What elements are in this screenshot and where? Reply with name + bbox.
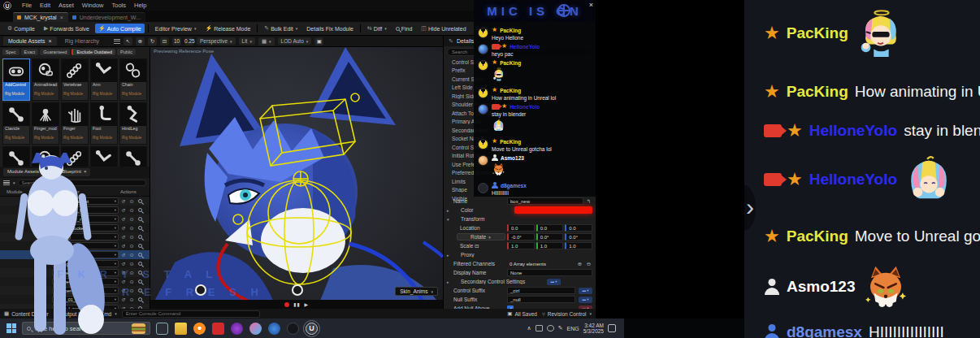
connector-row[interactable]: ◉jaw_socket▾ ↺ ⊙ — [0, 250, 150, 259]
connector-row[interactable]: ◉eye_l▾ ↺ ⊙ — [0, 232, 150, 241]
filter-chip-guaranteed[interactable]: Guaranteed — [40, 49, 70, 55]
toolbar-auto-compile[interactable]: ⚡Auto Compile — [95, 24, 145, 33]
revert-button[interactable]: ▬ ▾ — [579, 297, 592, 303]
close-overlay-icon[interactable]: × — [589, 1, 593, 9]
search-highlight-image[interactable] — [132, 323, 145, 334]
cmd-dropdown[interactable]: >_Cmd▾ — [92, 311, 117, 317]
avatar[interactable] — [478, 60, 488, 71]
reset-connector-icon[interactable]: ↺ — [120, 198, 127, 204]
module-asset-tile[interactable]: Clavicle Rig Module — [2, 102, 30, 145]
notification-center-icon[interactable] — [608, 324, 616, 332]
filter-chip-public[interactable]: Public — [117, 49, 136, 55]
username[interactable]: HelloneYolo — [809, 171, 897, 188]
module-asset-tile[interactable]: Vertebrae Rig Module — [61, 58, 89, 101]
connector-row[interactable]: ◉eye_r▾ ↺ ⊙ — [0, 241, 150, 250]
pause-button[interactable]: ▮▮ — [293, 301, 301, 307]
avatar[interactable] — [478, 88, 488, 98]
module-asset-tile[interactable] — [2, 146, 30, 167]
rotate-y-field[interactable]: 0.0° — [536, 233, 564, 240]
name-field[interactable]: box_new — [507, 197, 583, 205]
connector-search-input[interactable] — [18, 180, 146, 186]
play-button[interactable]: ▶ — [304, 301, 309, 307]
toolbar-hide-unrelated[interactable]: ◫Hide Unrelated — [418, 24, 469, 33]
username[interactable]: PacKing — [500, 28, 521, 33]
clear-elements-icon[interactable]: ⊖ — [585, 261, 592, 267]
tab-rig-hierarchy[interactable]: Rig Hierarchy — [60, 37, 104, 46]
record-button[interactable] — [284, 302, 289, 307]
taskbar-icon-file-explorer[interactable] — [175, 323, 187, 335]
reset-connector-icon[interactable]: ↺ — [120, 252, 127, 258]
module-asset-tile[interactable]: Chain Rig Module — [119, 58, 147, 101]
move-tool-icon[interactable]: ⊕ — [136, 37, 145, 46]
find-connector-icon[interactable] — [137, 253, 143, 258]
connector-row[interactable]: ◉shoulder_r▾ ↺ ⊙ — [0, 214, 150, 223]
color-swatch[interactable] — [514, 206, 592, 214]
socket-dropdown[interactable]: ◉eye_l▾ — [52, 233, 119, 240]
display-name-field[interactable]: None — [507, 269, 592, 276]
taskbar-icon-unreal[interactable]: U — [306, 323, 318, 335]
module-asset-tile[interactable] — [90, 146, 118, 167]
socket-dropdown[interactable]: ◉neck_socket▾ — [52, 224, 119, 232]
content-drawer-button[interactable]: ▦Content Drawer — [4, 310, 49, 317]
menu-edit[interactable]: Edit — [36, 2, 54, 9]
connector-row[interactable]: ◉shoulder_l▾ ↺ ⊙ — [0, 206, 150, 214]
revision-control-dropdown[interactable]: ⑂Revision Control▾ — [542, 311, 592, 317]
socket-dropdown[interactable]: ◉shoulder_l▾ — [52, 206, 119, 214]
rotate-tool-icon[interactable]: ↻ — [148, 37, 157, 46]
menu-file[interactable]: File — [18, 2, 36, 9]
socket-dropdown[interactable]: ◉upperlip_l_socket▾ — [52, 287, 119, 294]
module-asset-tile[interactable]: AnimalHead Rig Module — [32, 58, 59, 101]
menu-tools[interactable]: Tools — [107, 2, 130, 9]
toolbar-diff[interactable]: ⇆Diff▾ — [364, 24, 390, 33]
avatar[interactable] — [478, 28, 488, 38]
avatar[interactable] — [478, 139, 488, 150]
reset-connector-icon[interactable]: ↺ — [120, 207, 127, 213]
username[interactable]: d8gamesx — [787, 323, 862, 338]
username[interactable]: PacKing — [500, 60, 521, 66]
select-connector-icon[interactable]: ⊙ — [128, 252, 135, 258]
username[interactable]: HelloneYolo — [510, 104, 540, 110]
scale-x-field[interactable]: 1.0 — [507, 242, 535, 249]
select-connector-icon[interactable]: ⊙ — [128, 243, 135, 249]
taskbar-search[interactable]: Type here to search — [22, 322, 150, 335]
show-hidden-icons[interactable]: ∧ — [527, 325, 531, 332]
select-connector-icon[interactable]: ⊙ — [128, 225, 135, 231]
control-suffix-field[interactable]: _ctrl — [507, 287, 575, 294]
chat-expand-chevron[interactable]: › — [746, 193, 754, 221]
taskbar-icon-blender[interactable] — [193, 323, 206, 335]
tab-module-assets[interactable]: Module Assets× — [3, 37, 57, 46]
taskbar-icon-app-dark[interactable] — [287, 323, 299, 335]
username[interactable]: d8gamesx — [501, 183, 527, 188]
username[interactable]: HelloneYolo — [510, 44, 540, 50]
username[interactable]: PacKing — [787, 24, 848, 42]
module-asset-tile[interactable]: Finger Rig Module — [61, 102, 89, 145]
close-tab-icon[interactable]: × — [49, 38, 52, 44]
socket-dropdown[interactable]: ◉thigh_l_socket▾ — [52, 197, 119, 205]
avatar[interactable] — [478, 155, 488, 166]
perspective-dropdown[interactable]: Perspective▾ — [197, 37, 235, 45]
tab-underdevelopment[interactable]: Underdevelopment_W... — [68, 12, 145, 22]
reset-connector-icon[interactable]: ↺ — [120, 261, 127, 266]
connector-row[interactable]: ◉thigh_l_socket▾ ↺ ⊙ — [0, 197, 150, 206]
module-asset-tile[interactable] — [32, 146, 59, 167]
module-asset-tile[interactable]: Foot Rig Module — [90, 102, 118, 145]
menu-asset[interactable]: Asset — [54, 2, 78, 9]
avatar[interactable] — [478, 44, 488, 54]
location-y-field[interactable]: 0.0 — [536, 224, 564, 232]
find-connector-icon[interactable] — [137, 226, 143, 231]
skin-anims-dropdown[interactable]: Skin_Anims▾ — [395, 287, 438, 296]
start-button[interactable] — [7, 323, 16, 333]
module-asset-tile[interactable]: Arm Rig Module — [90, 58, 118, 101]
reset-connector-icon[interactable]: ↺ — [120, 234, 127, 240]
find-connector-icon[interactable] — [137, 235, 143, 240]
taskbar-icon-task-view[interactable] — [156, 323, 168, 335]
select-connector-icon[interactable]: ⊙ — [128, 261, 135, 266]
socket-dropdown[interactable]: ◉tail_01_socket▾ — [52, 296, 119, 303]
toolbar-release-mode[interactable]: ⚡Release Mode — [202, 24, 254, 33]
scale-z-field[interactable]: 1.0 — [565, 242, 592, 249]
filter-chip-exact[interactable]: Exact — [21, 49, 39, 55]
module-asset-tile[interactable]: Finger_mod Rig Module — [32, 102, 59, 145]
reset-connector-icon[interactable]: ↺ — [120, 216, 127, 222]
toolbar-find[interactable]: Find — [392, 24, 416, 33]
null-suffix-field[interactable]: _null — [507, 296, 575, 303]
